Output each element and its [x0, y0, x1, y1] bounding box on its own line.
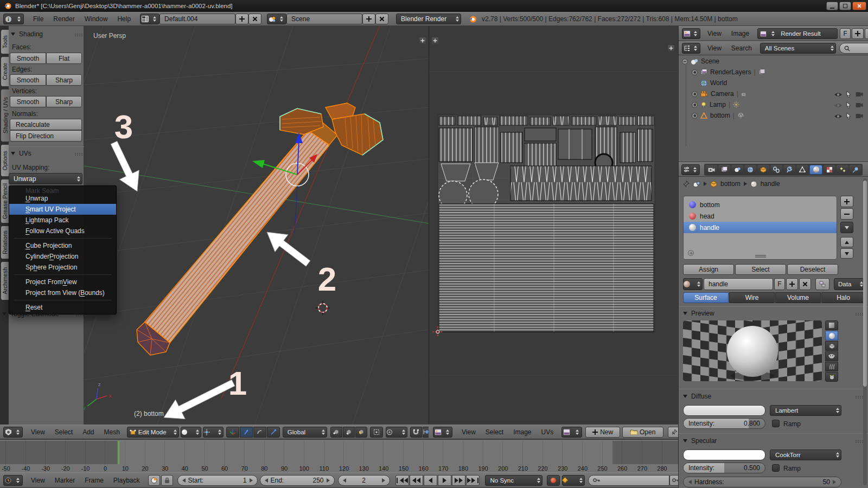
jump-to-start-button[interactable] [395, 475, 409, 486]
tab-shading-uvs[interactable]: Shading / UVs [1, 89, 9, 142]
uv-menu-select[interactable]: Select [481, 428, 508, 436]
editor-type-image-button[interactable] [682, 28, 700, 39]
manipulator-translate-button[interactable] [240, 427, 253, 438]
select-mode-edge-button[interactable] [343, 427, 355, 438]
expand-icon[interactable] [692, 91, 698, 97]
move-slot-down-button[interactable] [840, 248, 853, 259]
specular-shader-dropdown[interactable]: CookTorr [770, 450, 841, 460]
image-datablock-field[interactable]: Render Result [757, 28, 838, 39]
next-keyframe-button[interactable] [452, 475, 465, 486]
mode-select-dropdown[interactable]: Edit Mode [127, 427, 179, 438]
menu-item-cube-projection[interactable]: Cube Projection [9, 240, 116, 251]
viewport-shading-dropdown[interactable] [181, 427, 201, 438]
selectability-cursor-icon[interactable] [846, 101, 852, 108]
menu-item-sphere-projection[interactable]: Sphere Projection [9, 262, 116, 273]
image-open-button[interactable]: Open [622, 427, 663, 438]
menu-item-follow-active-quads[interactable]: Follow Active Quads [9, 226, 116, 236]
outliner-row-lamp[interactable]: Lamp | [692, 101, 739, 108]
editor-type-timeline-button[interactable] [3, 475, 23, 486]
specular-color-swatch[interactable] [683, 450, 765, 460]
play-reverse-button[interactable] [424, 475, 437, 486]
material-add-button[interactable] [786, 278, 798, 290]
expand-icon[interactable] [692, 102, 698, 108]
current-frame-line[interactable] [118, 441, 119, 464]
preview-hair-button[interactable] [825, 362, 838, 371]
preview-sphere-button[interactable] [825, 331, 838, 341]
mode-volume-button[interactable]: Volume [775, 292, 821, 303]
occlude-geometry-button[interactable] [370, 427, 383, 438]
uv-mapping-dropdown[interactable]: Unwrap [9, 173, 82, 184]
preview-panel-header[interactable]: Preview [683, 309, 862, 318]
lock-time-button[interactable] [161, 475, 173, 486]
view3d-menu-view[interactable]: View [26, 428, 50, 436]
shading-panel-header[interactable]: Shading [11, 29, 81, 39]
renderability-camera-icon[interactable] [856, 102, 863, 108]
timeline-ruler[interactable]: -50-40-30-20-100102030405060708090100110… [0, 441, 678, 472]
outliner-search-input[interactable] [839, 43, 868, 54]
object-crumb-icon[interactable] [710, 181, 717, 188]
outliner-row-bottom[interactable]: bottom | [692, 112, 744, 119]
end-frame-field[interactable]: End: 250 [260, 475, 335, 486]
vertices-smooth-button[interactable]: Smooth [10, 96, 46, 107]
list-filter-icon[interactable] [688, 250, 694, 256]
edges-smooth-button[interactable]: Smooth [10, 74, 46, 86]
list-resize-grip[interactable] [755, 255, 766, 256]
tab-scene[interactable] [731, 165, 743, 175]
mode-surface-button[interactable]: Surface [683, 292, 729, 303]
proportional-edit-dropdown[interactable] [386, 427, 407, 438]
editor-type-3dview-button[interactable] [3, 427, 23, 438]
menu-render[interactable]: Render [48, 15, 79, 23]
material-specials-button[interactable] [840, 222, 853, 233]
timeline-menu-marker[interactable]: Marker [50, 477, 80, 484]
hardness-slider[interactable]: Hardness: 50 [683, 477, 841, 487]
screen-layout-name-field[interactable]: Default.004 [159, 14, 235, 24]
select-button[interactable]: Select [735, 264, 786, 275]
pin-button[interactable] [668, 427, 678, 438]
editor-type-outliner-button[interactable] [682, 43, 700, 54]
outliner-row-world[interactable]: World [700, 79, 727, 87]
preview-world-button[interactable] [825, 372, 838, 382]
outliner-menu-search[interactable]: Search [726, 44, 757, 52]
selectability-cursor-icon[interactable] [846, 91, 852, 98]
pivot-point-dropdown[interactable] [203, 427, 224, 438]
material-name-field[interactable]: handle [704, 278, 773, 290]
region-expand-button[interactable] [419, 37, 426, 44]
material-slot-head[interactable]: head [684, 210, 837, 222]
timeline-menu-view[interactable]: View [26, 477, 50, 484]
select-mode-vertex-button[interactable] [330, 427, 342, 438]
diffuse-color-swatch[interactable] [683, 405, 765, 416]
maximize-button[interactable] [839, 2, 851, 10]
start-frame-field[interactable]: Start: 1 [177, 475, 258, 486]
view3d-menu-add[interactable]: Add [78, 428, 99, 436]
material-nodes-button[interactable] [815, 278, 829, 290]
image-datablock-dropdown[interactable] [561, 427, 582, 438]
scene-crumb-icon[interactable] [693, 181, 700, 188]
tab-material[interactable] [809, 165, 822, 175]
add-scene-button[interactable] [362, 14, 375, 24]
snap-toggle-button[interactable] [410, 427, 422, 438]
auto-keyframe-button[interactable] [547, 475, 560, 486]
current-frame-field[interactable]: 2 [338, 475, 390, 486]
preview-monkey-button[interactable] [825, 351, 838, 361]
view3d-menu-mesh[interactable]: Mesh [99, 428, 125, 436]
timeline-menu-playback[interactable]: Playback [108, 477, 145, 484]
editor-type-info-button[interactable]: i [3, 14, 24, 24]
faces-smooth-button[interactable]: Smooth [10, 53, 46, 64]
select-mode-face-button[interactable] [355, 427, 367, 438]
move-slot-up-button[interactable] [840, 237, 853, 247]
scrollbar-thumb[interactable] [863, 181, 867, 387]
tab-modifiers[interactable] [783, 165, 795, 175]
minimize-button[interactable] [826, 2, 838, 10]
keying-set-dropdown[interactable] [562, 475, 585, 486]
expand-icon[interactable] [692, 69, 698, 75]
manipulator-scale-button[interactable] [267, 427, 280, 438]
menu-item-project-from-view-bounds[interactable]: Project from View (Bounds) [9, 287, 116, 298]
outliner-row-camera[interactable]: Camera | [692, 90, 748, 98]
menu-item-cylinder-projection[interactable]: Cylinder Projection [9, 251, 116, 262]
open-image-button[interactable] [865, 28, 868, 39]
timeline-menu-frame[interactable]: Frame [80, 477, 108, 484]
add-material-slot-button[interactable] [840, 196, 853, 207]
tab-options[interactable]: Options [1, 144, 9, 177]
previous-keyframe-button[interactable] [410, 475, 423, 486]
diffuse-ramp-checkbox[interactable] [772, 420, 780, 427]
